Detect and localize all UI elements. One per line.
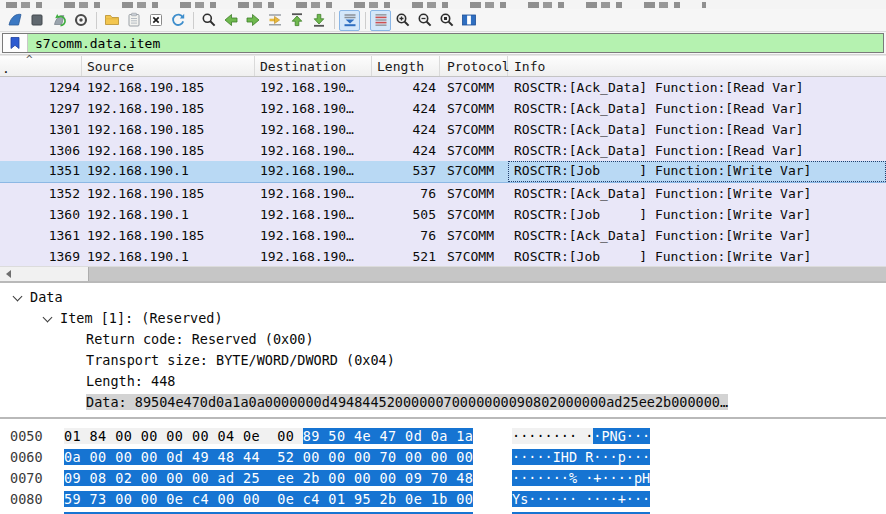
packet-row[interactable]: 1301192.168.190.185192.168.190…424S7COMM…: [0, 119, 886, 140]
detail-line[interactable]: Data: [0, 287, 886, 308]
toolbar-separator: [334, 12, 335, 29]
auto-scroll-button[interactable]: [339, 10, 360, 31]
scrollbar-thumb[interactable]: [88, 267, 886, 281]
zoom-in-button[interactable]: [392, 10, 413, 31]
expand-chevron-icon[interactable]: [43, 313, 53, 323]
resize-columns-button[interactable]: [458, 10, 479, 31]
hex-bytes: 59 73 00 00 0e c4 00 00 0e c4 01 95 2b 0…: [64, 491, 473, 507]
packet-protocol: S7COMM: [440, 98, 508, 119]
close-file-button[interactable]: [145, 10, 166, 31]
restart-capture-button[interactable]: [48, 10, 69, 31]
packet-destination: 192.168.190…: [255, 161, 372, 182]
packet-length: 537: [372, 161, 440, 182]
column-header-source[interactable]: Source: [82, 56, 255, 76]
horizontal-scrollbar[interactable]: [0, 266, 886, 281]
packet-row[interactable]: 1297192.168.190.185192.168.190…424S7COMM…: [0, 98, 886, 119]
scroll-left-button[interactable]: [0, 267, 17, 281]
packet-protocol: S7COMM: [440, 77, 508, 98]
packet-protocol: S7COMM: [440, 119, 508, 140]
packet-protocol: S7COMM: [440, 183, 508, 204]
find-packet-button[interactable]: [198, 10, 219, 31]
column-header-no[interactable]: . ^: [0, 56, 82, 76]
packet-row-selected[interactable]: 1351192.168.190.1192.168.190…537S7COMMRO…: [0, 161, 886, 183]
packet-no: 1306: [0, 140, 82, 161]
column-header-destination[interactable]: Destination: [255, 56, 372, 76]
detail-line[interactable]: Transport size: BYTE/WORD/DWORD (0x04): [0, 350, 886, 371]
hex-row[interactable]: 009000 00 11 74 45 58 74 53 6f 66 74 77 …: [0, 510, 886, 514]
stop-capture-button[interactable]: [26, 10, 47, 31]
zoom-in-icon: [395, 12, 411, 28]
packet-list: 1294192.168.190.185192.168.190…424S7COMM…: [0, 77, 886, 266]
packet-row[interactable]: 1369192.168.190.1192.168.190…521S7COMMRO…: [0, 246, 886, 266]
packet-length: 521: [372, 246, 440, 266]
go-back-button[interactable]: [220, 10, 241, 31]
packet-row[interactable]: 1306192.168.190.185192.168.190…424S7COMM…: [0, 140, 886, 161]
go-last-packet-button[interactable]: [308, 10, 329, 31]
expand-chevron-icon[interactable]: [13, 292, 23, 302]
packet-no: 1294: [0, 77, 82, 98]
packet-info: ROSCTR:[Ack_Data] Function:[Write Var]: [508, 225, 886, 246]
toolbar-separator: [365, 12, 366, 29]
hex-bytes-highlighted: 09 08 02 00 00 00 ad 25 ee 2b 00 00 00 0…: [64, 470, 473, 486]
restart-capture-icon: [51, 12, 67, 28]
hex-bytes: 09 08 02 00 00 00 ad 25 ee 2b 00 00 00 0…: [64, 470, 473, 486]
detail-line[interactable]: Item [1]: (Reserved): [0, 308, 886, 329]
hex-offset: 0080: [10, 489, 50, 510]
zoom-out-icon: [417, 12, 433, 28]
hex-row[interactable]: 007009 08 02 00 00 00 ad 25 ee 2b 00 00 …: [0, 468, 886, 489]
packet-destination: 192.168.190…: [255, 140, 372, 161]
hex-row[interactable]: 005001 84 00 00 00 00 04 0e 00 89 50 4e …: [0, 426, 886, 447]
hex-bytes-highlighted: 0a 00 00 00 0d 49 48 44 52 00 00 00 70 0…: [64, 449, 473, 465]
packet-source: 192.168.190.185: [82, 119, 255, 140]
packet-row[interactable]: 1361192.168.190.185192.168.190…76S7COMMR…: [0, 225, 886, 246]
hex-row[interactable]: 008059 73 00 00 0e c4 00 00 0e c4 01 95 …: [0, 489, 886, 510]
packet-length: 424: [372, 140, 440, 161]
column-header-info[interactable]: Info: [508, 56, 886, 76]
packet-length: 424: [372, 77, 440, 98]
go-to-packet-button[interactable]: [264, 10, 285, 31]
packet-source: 192.168.190.185: [82, 77, 255, 98]
capture-options-button[interactable]: [70, 10, 91, 31]
detail-line[interactable]: Length: 448: [0, 371, 886, 392]
display-filter-input[interactable]: s7comm.data.item: [2, 33, 884, 53]
open-file-button[interactable]: [101, 10, 122, 31]
packet-protocol: S7COMM: [440, 140, 508, 161]
go-forward-button[interactable]: [242, 10, 263, 31]
hex-ascii-highlighted: Ys······ ····+···: [512, 491, 650, 507]
packet-source: 192.168.190.185: [82, 225, 255, 246]
scroll-left-arrow-icon: [6, 270, 11, 278]
detail-line[interactable]: Return code: Reserved (0x00): [0, 329, 886, 350]
hex-bytes-plain: 01 84 00 00 00 00 04 0e 00: [64, 428, 303, 444]
zoom-normal-button[interactable]: [436, 10, 457, 31]
go-first-packet-button[interactable]: [286, 10, 307, 31]
packet-source: 192.168.190.1: [82, 204, 255, 225]
auto-scroll-icon: [342, 12, 358, 28]
packet-length: 76: [372, 183, 440, 204]
column-header-length[interactable]: Length: [372, 56, 440, 76]
packet-protocol: S7COMM: [440, 246, 508, 266]
hex-row[interactable]: 00600a 00 00 00 0d 49 48 44 52 00 00 00 …: [0, 447, 886, 468]
hex-bytes-highlighted: 59 73 00 00 0e c4 00 00 0e c4 01 95 2b 0…: [64, 491, 473, 507]
filter-bookmark-button[interactable]: [3, 34, 28, 52]
column-header-protocol[interactable]: Protocol: [440, 56, 508, 76]
packet-info: ROSCTR:[Ack_Data] Function:[Read Var]: [508, 119, 886, 140]
save-file-button[interactable]: [123, 10, 144, 31]
zoom-out-button[interactable]: [414, 10, 435, 31]
packet-destination: 192.168.190…: [255, 77, 372, 98]
packet-protocol: S7COMM: [440, 225, 508, 246]
colorize-packets-button[interactable]: [370, 10, 391, 31]
packet-row[interactable]: 1352192.168.190.185192.168.190…76S7COMMR…: [0, 183, 886, 204]
bookmark-icon: [7, 35, 23, 51]
packet-info: ROSCTR:[Job ] Function:[Write Var]: [508, 161, 886, 182]
reload-file-button[interactable]: [167, 10, 188, 31]
detail-field: Transport size: BYTE/WORD/DWORD (0x04): [86, 352, 395, 368]
packet-no: 1360: [0, 204, 82, 225]
packet-row[interactable]: 1360192.168.190.1192.168.190…505S7COMMRO…: [0, 204, 886, 225]
packet-row[interactable]: 1294192.168.190.185192.168.190…424S7COMM…: [0, 77, 886, 98]
detail-field: Item [1]: (Reserved): [60, 310, 223, 326]
detail-line[interactable]: Data: 89504e470d0a1a0a0000000d4948445200…: [0, 392, 886, 413]
filter-text: s7comm.data.item: [35, 36, 160, 51]
hex-ascii: ·······% ·+····pH: [512, 468, 650, 489]
packet-length: 76: [372, 225, 440, 246]
start-capture-button[interactable]: [4, 10, 25, 31]
